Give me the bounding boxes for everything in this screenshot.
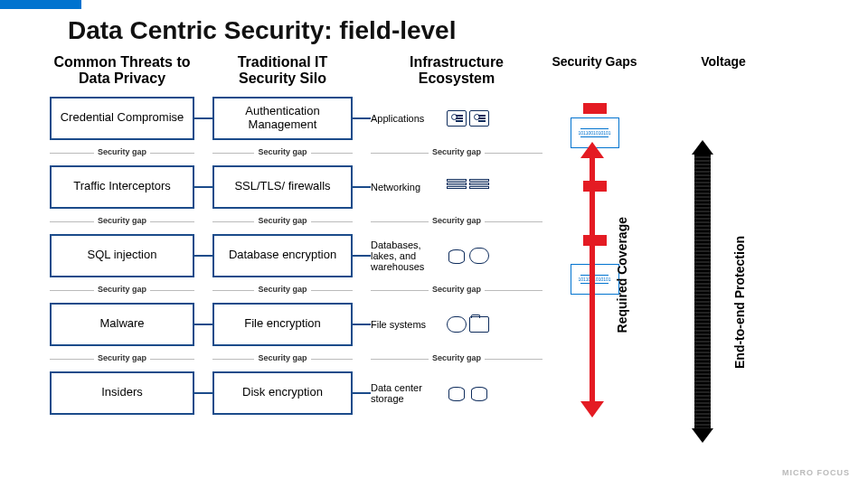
connector-col [353,97,371,415]
cloud-icon [469,248,489,264]
silo-box: Disk encryption [212,371,353,415]
arrow-up-icon [580,142,604,158]
gap-row: Security gap [371,216,542,227]
header-infra: Infrastructure Ecosystem [371,54,542,97]
silo-box: Authentication Management [212,97,353,140]
storage-icon [469,385,489,401]
connector-line [194,97,212,140]
threat-box: Credential Compromise [50,97,194,140]
gap-row: Security gap [212,353,353,364]
gaps-range-arrow [580,142,604,418]
gap-row: Security gap [371,285,542,296]
silo-column: Authentication Management Security gap S… [212,97,353,415]
gap-row: Security gap [371,353,542,364]
cloud-icon [447,316,467,333]
connector-line [353,371,371,415]
application-icon [469,110,489,127]
footer-logo: MICRO FOCUS [782,469,850,477]
gap-row: Security gap [50,147,194,158]
brand-bar [0,0,81,9]
gap-row: Security gap [50,353,194,364]
threat-box: Traffic Interceptors [50,165,194,209]
silo-box: Database encryption [212,234,353,277]
header-threats: Common Threats to Data Privacy [50,54,194,97]
network-icon [469,179,489,195]
diagram-grid: Common Threats to Data Privacy Tradition… [50,54,868,415]
header-voltage: Voltage [646,54,800,78]
arrow-down-icon [580,401,604,418]
folder-icon [469,316,489,333]
page-title: Data Centric Security: field-level [68,16,868,45]
threat-box: SQL injection [50,234,194,277]
header-silo: Traditional IT Security Silo [212,54,353,97]
connector-line [353,165,371,209]
gap-row: Security gap [212,216,353,227]
silo-box: File encryption [212,303,353,346]
infra-row: Data center storage [371,371,542,415]
infra-row: Applications [371,97,542,140]
storage-icon [447,385,467,401]
voltage-range-arrow [692,140,713,443]
connector-col [194,97,212,415]
arrow-down-icon [692,428,713,443]
gap-row: Security gap [371,147,542,158]
connector-line [353,97,371,140]
gap-marker [583,103,607,114]
connector-line [353,234,371,277]
gap-row: Security gap [212,147,353,158]
network-icon [447,179,467,195]
gap-row: Security gap [50,285,194,296]
infra-column: Applications Security gap Networking Sec… [371,97,542,415]
gaps-column: 1011001010101 1011001010101 Required Cov… [542,97,646,295]
connector-line [194,371,212,415]
infra-row: Networking [371,165,542,209]
database-icon [447,248,467,264]
infra-row: Databases, lakes, and warehouses [371,234,542,277]
gap-row: Security gap [212,285,353,296]
arrow-up-icon [692,140,713,155]
connector-line [194,303,212,346]
threats-column: Credential Compromise Security gap Traff… [50,97,194,415]
silo-box: SSL/TLS/ firewalls [212,165,353,209]
application-icon [447,110,467,127]
connector-line [194,234,212,277]
threat-box: Malware [50,303,194,346]
required-coverage-label: Required Coverage [615,196,629,354]
header-gaps: Security Gaps [542,54,646,78]
infra-row: File systems [371,303,542,346]
gap-row: Security gap [50,216,194,227]
connector-line [353,303,371,346]
end-to-end-label: End-to-end Protection [732,187,747,418]
connector-line [194,165,212,209]
threat-box: Insiders [50,371,194,415]
